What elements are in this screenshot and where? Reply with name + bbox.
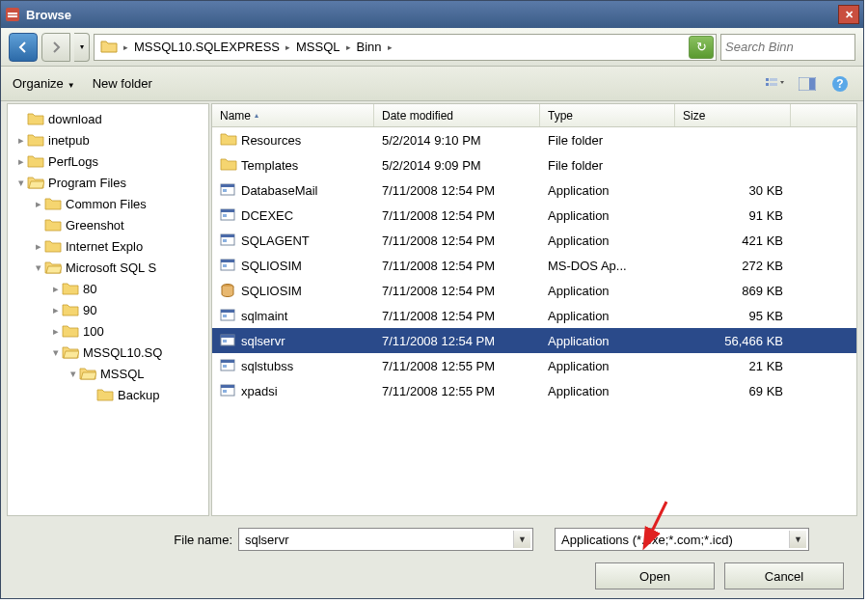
- tree-item[interactable]: download: [8, 108, 208, 129]
- list-row[interactable]: sqlmaint7/11/2008 12:54 PMApplication95 …: [212, 303, 856, 328]
- tree-toggle-icon[interactable]: ▸: [33, 198, 44, 210]
- list-row[interactable]: DatabaseMail7/11/2008 12:54 PMApplicatio…: [212, 178, 856, 203]
- list-row[interactable]: SQLAGENT7/11/2008 12:54 PMApplication421…: [212, 228, 856, 253]
- breadcrumb-segment[interactable]: MSSQL: [292, 40, 344, 54]
- column-name[interactable]: Name▴: [212, 104, 374, 126]
- file-date: 7/11/2008 12:54 PM: [374, 309, 540, 323]
- dropdown-icon[interactable]: ▼: [513, 531, 530, 548]
- list-row[interactable]: Resources5/2/2014 9:10 PMFile folder: [212, 127, 856, 152]
- back-button[interactable]: [9, 33, 38, 62]
- open-button[interactable]: Open: [595, 562, 715, 589]
- list-row[interactable]: Templates5/2/2014 9:09 PMFile folder: [212, 152, 856, 178]
- filter-value: Applications (*.exe;*.com;*.icd): [561, 533, 789, 547]
- column-type[interactable]: Type: [540, 104, 675, 126]
- tree-item[interactable]: ▸PerfLogs: [8, 151, 208, 172]
- list-row[interactable]: DCEXEC7/11/2008 12:54 PMApplication91 KB: [212, 203, 856, 228]
- tree-item[interactable]: ▾MSSQL10.SQ: [8, 342, 208, 363]
- breadcrumb[interactable]: ▸ MSSQL10.SQLEXPRESS ▸ MSSQL ▸ Binn ▸ ↻: [94, 34, 717, 61]
- tree-toggle-icon[interactable]: ▾: [33, 261, 44, 274]
- folder-icon: [220, 157, 235, 173]
- file-name: xpadsi: [241, 384, 278, 398]
- tree-toggle-icon[interactable]: ▸: [15, 155, 27, 168]
- column-size[interactable]: Size: [675, 104, 791, 126]
- svg-rect-18: [221, 234, 234, 237]
- tree-item[interactable]: ▸inetpub: [8, 129, 208, 151]
- tree-label: 80: [83, 282, 96, 296]
- folder-icon: [62, 345, 79, 359]
- tree-item[interactable]: ▸100: [8, 320, 208, 342]
- tree-item[interactable]: ▸Internet Explo: [8, 235, 208, 257]
- sort-ascending-icon: ▴: [255, 111, 258, 120]
- column-date[interactable]: Date modified: [374, 104, 540, 126]
- tree-item[interactable]: ▾Program Files: [8, 172, 208, 193]
- tree-toggle-icon[interactable]: ▸: [50, 325, 62, 338]
- column-headers: Name▴ Date modified Type Size: [212, 104, 856, 127]
- file-type: Application: [540, 334, 675, 348]
- tree-item[interactable]: Backup: [8, 384, 208, 405]
- organize-menu[interactable]: Organize▼: [13, 76, 75, 91]
- file-list[interactable]: Name▴ Date modified Type Size Resources5…: [211, 103, 857, 516]
- search-box[interactable]: 🔍: [720, 34, 855, 61]
- dropdown-icon[interactable]: ▼: [789, 531, 806, 548]
- help-button[interactable]: ?: [828, 73, 852, 95]
- folder-icon: [220, 132, 235, 148]
- breadcrumb-segment[interactable]: MSSQL10.SQLEXPRESS: [130, 40, 284, 54]
- tree-label: Program Files: [48, 176, 126, 190]
- nav-history-dropdown[interactable]: ▾: [74, 33, 90, 62]
- tree-item[interactable]: ▸90: [8, 299, 208, 320]
- new-folder-button[interactable]: New folder: [93, 76, 152, 91]
- breadcrumb-segment[interactable]: Binn: [353, 40, 386, 54]
- list-row[interactable]: sqlstubss7/11/2008 12:55 PMApplication21…: [212, 353, 856, 378]
- file-size: 30 KB: [675, 183, 791, 198]
- close-button[interactable]: ✕: [838, 5, 859, 24]
- svg-rect-15: [221, 209, 234, 212]
- file-name: Templates: [241, 158, 298, 173]
- tree-item[interactable]: ▸Common Files: [8, 193, 208, 214]
- tree-toggle-icon[interactable]: ▾: [68, 368, 79, 380]
- tree-item[interactable]: Greenshot: [8, 214, 208, 235]
- tree-item[interactable]: ▸80: [8, 278, 208, 299]
- folder-icon: [27, 154, 44, 168]
- content-area: download▸inetpub▸PerfLogs▾Program Files▸…: [1, 101, 863, 518]
- list-row[interactable]: sqlservr7/11/2008 12:54 PMApplication56,…: [212, 328, 856, 353]
- tree-toggle-icon[interactable]: ▾: [15, 177, 27, 189]
- list-row[interactable]: SQLIOSIM7/11/2008 12:54 PMApplication869…: [212, 278, 856, 303]
- tree-label: MSSQL10.SQ: [83, 345, 162, 360]
- forward-button[interactable]: [41, 33, 70, 62]
- filter-combo[interactable]: Applications (*.exe;*.com;*.icd) ▼: [555, 528, 809, 551]
- chevron-right-icon[interactable]: ▸: [284, 42, 292, 52]
- tree-item[interactable]: ▾Microsoft SQL S: [8, 257, 208, 278]
- svg-rect-6: [770, 83, 777, 86]
- file-name: sqlmaint: [241, 309, 287, 323]
- refresh-button[interactable]: ↻: [689, 36, 714, 59]
- file-type: File folder: [540, 158, 675, 173]
- chevron-right-icon[interactable]: ▸: [386, 42, 394, 52]
- tree-item[interactable]: ▾MSSQL: [8, 363, 208, 384]
- folder-tree[interactable]: download▸inetpub▸PerfLogs▾Program Files▸…: [7, 103, 209, 516]
- chevron-right-icon[interactable]: ▸: [344, 42, 353, 52]
- filename-combo[interactable]: ▼: [238, 528, 533, 551]
- file-date: 5/2/2014 9:09 PM: [374, 158, 540, 173]
- list-row[interactable]: xpadsi7/11/2008 12:55 PMApplication69 KB: [212, 378, 856, 403]
- preview-pane-button[interactable]: [796, 73, 819, 95]
- tree-label: PerfLogs: [48, 154, 98, 169]
- file-size: 56,466 KB: [675, 334, 791, 348]
- file-type: Application: [540, 309, 675, 323]
- tree-toggle-icon[interactable]: ▾: [50, 346, 62, 359]
- svg-rect-12: [221, 184, 234, 187]
- tree-toggle-icon[interactable]: ▸: [50, 304, 62, 316]
- view-options-button[interactable]: [763, 73, 786, 95]
- chevron-right-icon[interactable]: ▸: [122, 42, 130, 52]
- cancel-button[interactable]: Cancel: [724, 562, 844, 589]
- list-row[interactable]: SQLIOSIM7/11/2008 12:54 PMMS-DOS Ap...27…: [212, 253, 856, 278]
- tree-toggle-icon[interactable]: ▸: [33, 240, 44, 253]
- bottom-panel: File name: ▼ Applications (*.exe;*.com;*…: [1, 518, 863, 603]
- search-input[interactable]: [725, 40, 868, 54]
- filename-input[interactable]: [245, 533, 513, 547]
- tree-toggle-icon[interactable]: ▸: [50, 283, 62, 295]
- svg-rect-22: [223, 264, 227, 267]
- tree-label: Internet Explo: [66, 239, 143, 254]
- file-size: 421 KB: [675, 233, 791, 248]
- tree-toggle-icon[interactable]: ▸: [15, 134, 27, 147]
- svg-rect-16: [223, 214, 227, 217]
